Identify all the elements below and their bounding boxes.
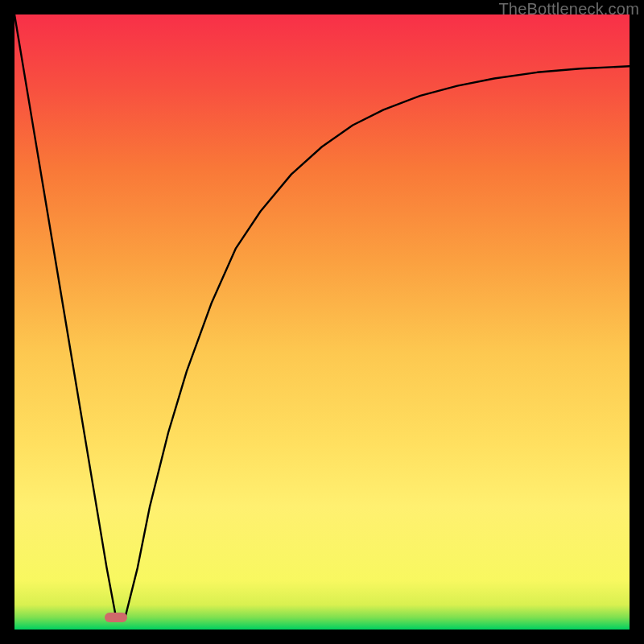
plot-area [14, 14, 630, 630]
minimum-marker [105, 613, 127, 622]
chart-frame: TheBottleneck.com [0, 0, 644, 644]
bottleneck-curve [14, 14, 630, 617]
curve-svg [14, 14, 630, 630]
watermark-text: TheBottleneck.com [498, 0, 639, 19]
